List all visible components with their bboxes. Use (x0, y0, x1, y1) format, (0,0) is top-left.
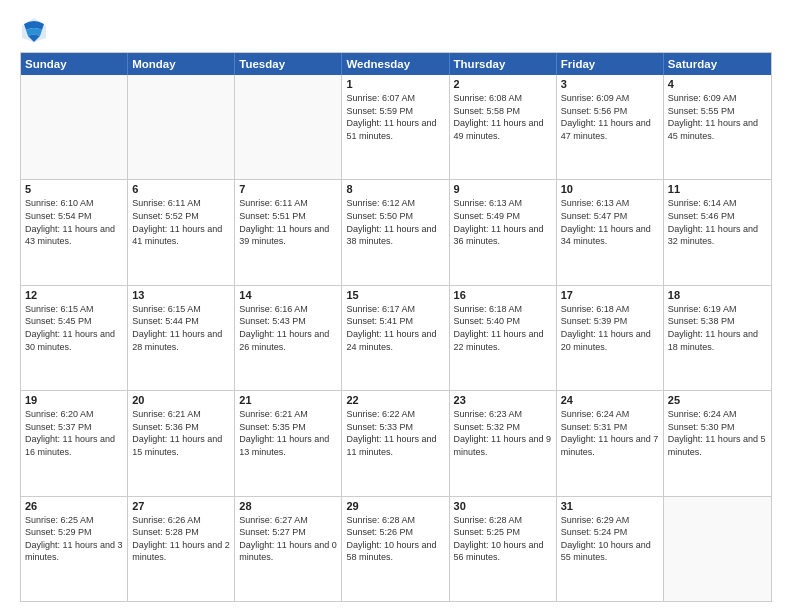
cal-day-13: 13Sunrise: 6:15 AM Sunset: 5:44 PM Dayli… (128, 286, 235, 390)
day-number: 9 (454, 183, 552, 195)
day-info: Sunrise: 6:19 AM Sunset: 5:38 PM Dayligh… (668, 303, 767, 353)
cal-day-empty (128, 75, 235, 179)
header (20, 16, 772, 44)
cal-header-tuesday: Tuesday (235, 53, 342, 75)
cal-day-7: 7Sunrise: 6:11 AM Sunset: 5:51 PM Daylig… (235, 180, 342, 284)
day-info: Sunrise: 6:15 AM Sunset: 5:45 PM Dayligh… (25, 303, 123, 353)
day-number: 24 (561, 394, 659, 406)
cal-day-empty (235, 75, 342, 179)
day-info: Sunrise: 6:11 AM Sunset: 5:52 PM Dayligh… (132, 197, 230, 247)
cal-day-1: 1Sunrise: 6:07 AM Sunset: 5:59 PM Daylig… (342, 75, 449, 179)
day-number: 11 (668, 183, 767, 195)
day-info: Sunrise: 6:14 AM Sunset: 5:46 PM Dayligh… (668, 197, 767, 247)
cal-day-9: 9Sunrise: 6:13 AM Sunset: 5:49 PM Daylig… (450, 180, 557, 284)
day-number: 23 (454, 394, 552, 406)
calendar-header: SundayMondayTuesdayWednesdayThursdayFrid… (21, 53, 771, 75)
day-info: Sunrise: 6:24 AM Sunset: 5:30 PM Dayligh… (668, 408, 767, 458)
cal-header-sunday: Sunday (21, 53, 128, 75)
logo-icon (20, 16, 48, 44)
cal-day-4: 4Sunrise: 6:09 AM Sunset: 5:55 PM Daylig… (664, 75, 771, 179)
day-info: Sunrise: 6:09 AM Sunset: 5:56 PM Dayligh… (561, 92, 659, 142)
cal-day-8: 8Sunrise: 6:12 AM Sunset: 5:50 PM Daylig… (342, 180, 449, 284)
day-info: Sunrise: 6:26 AM Sunset: 5:28 PM Dayligh… (132, 514, 230, 564)
day-info: Sunrise: 6:27 AM Sunset: 5:27 PM Dayligh… (239, 514, 337, 564)
day-number: 27 (132, 500, 230, 512)
day-number: 17 (561, 289, 659, 301)
cal-day-18: 18Sunrise: 6:19 AM Sunset: 5:38 PM Dayli… (664, 286, 771, 390)
day-info: Sunrise: 6:24 AM Sunset: 5:31 PM Dayligh… (561, 408, 659, 458)
day-info: Sunrise: 6:10 AM Sunset: 5:54 PM Dayligh… (25, 197, 123, 247)
day-info: Sunrise: 6:15 AM Sunset: 5:44 PM Dayligh… (132, 303, 230, 353)
day-number: 2 (454, 78, 552, 90)
cal-day-22: 22Sunrise: 6:22 AM Sunset: 5:33 PM Dayli… (342, 391, 449, 495)
day-number: 16 (454, 289, 552, 301)
cal-day-15: 15Sunrise: 6:17 AM Sunset: 5:41 PM Dayli… (342, 286, 449, 390)
cal-day-16: 16Sunrise: 6:18 AM Sunset: 5:40 PM Dayli… (450, 286, 557, 390)
day-info: Sunrise: 6:09 AM Sunset: 5:55 PM Dayligh… (668, 92, 767, 142)
cal-day-empty (664, 497, 771, 601)
day-info: Sunrise: 6:17 AM Sunset: 5:41 PM Dayligh… (346, 303, 444, 353)
cal-day-11: 11Sunrise: 6:14 AM Sunset: 5:46 PM Dayli… (664, 180, 771, 284)
cal-day-14: 14Sunrise: 6:16 AM Sunset: 5:43 PM Dayli… (235, 286, 342, 390)
cal-day-10: 10Sunrise: 6:13 AM Sunset: 5:47 PM Dayli… (557, 180, 664, 284)
cal-day-17: 17Sunrise: 6:18 AM Sunset: 5:39 PM Dayli… (557, 286, 664, 390)
day-info: Sunrise: 6:28 AM Sunset: 5:25 PM Dayligh… (454, 514, 552, 564)
day-info: Sunrise: 6:21 AM Sunset: 5:36 PM Dayligh… (132, 408, 230, 458)
day-number: 14 (239, 289, 337, 301)
calendar: SundayMondayTuesdayWednesdayThursdayFrid… (20, 52, 772, 602)
day-info: Sunrise: 6:13 AM Sunset: 5:47 PM Dayligh… (561, 197, 659, 247)
cal-day-24: 24Sunrise: 6:24 AM Sunset: 5:31 PM Dayli… (557, 391, 664, 495)
cal-week-3: 12Sunrise: 6:15 AM Sunset: 5:45 PM Dayli… (21, 285, 771, 390)
day-info: Sunrise: 6:28 AM Sunset: 5:26 PM Dayligh… (346, 514, 444, 564)
day-number: 21 (239, 394, 337, 406)
day-number: 26 (25, 500, 123, 512)
cal-day-2: 2Sunrise: 6:08 AM Sunset: 5:58 PM Daylig… (450, 75, 557, 179)
cal-day-23: 23Sunrise: 6:23 AM Sunset: 5:32 PM Dayli… (450, 391, 557, 495)
cal-header-thursday: Thursday (450, 53, 557, 75)
day-number: 29 (346, 500, 444, 512)
day-number: 31 (561, 500, 659, 512)
day-number: 4 (668, 78, 767, 90)
day-number: 18 (668, 289, 767, 301)
day-info: Sunrise: 6:25 AM Sunset: 5:29 PM Dayligh… (25, 514, 123, 564)
day-number: 12 (25, 289, 123, 301)
cal-header-friday: Friday (557, 53, 664, 75)
cal-week-2: 5Sunrise: 6:10 AM Sunset: 5:54 PM Daylig… (21, 179, 771, 284)
day-info: Sunrise: 6:23 AM Sunset: 5:32 PM Dayligh… (454, 408, 552, 458)
day-number: 1 (346, 78, 444, 90)
day-number: 13 (132, 289, 230, 301)
day-number: 8 (346, 183, 444, 195)
cal-week-1: 1Sunrise: 6:07 AM Sunset: 5:59 PM Daylig… (21, 75, 771, 179)
day-number: 20 (132, 394, 230, 406)
day-info: Sunrise: 6:11 AM Sunset: 5:51 PM Dayligh… (239, 197, 337, 247)
day-info: Sunrise: 6:29 AM Sunset: 5:24 PM Dayligh… (561, 514, 659, 564)
page: SundayMondayTuesdayWednesdayThursdayFrid… (0, 0, 792, 612)
day-number: 6 (132, 183, 230, 195)
cal-header-saturday: Saturday (664, 53, 771, 75)
day-number: 7 (239, 183, 337, 195)
cal-header-monday: Monday (128, 53, 235, 75)
day-info: Sunrise: 6:18 AM Sunset: 5:39 PM Dayligh… (561, 303, 659, 353)
cal-day-26: 26Sunrise: 6:25 AM Sunset: 5:29 PM Dayli… (21, 497, 128, 601)
cal-day-empty (21, 75, 128, 179)
day-info: Sunrise: 6:08 AM Sunset: 5:58 PM Dayligh… (454, 92, 552, 142)
day-info: Sunrise: 6:13 AM Sunset: 5:49 PM Dayligh… (454, 197, 552, 247)
cal-day-6: 6Sunrise: 6:11 AM Sunset: 5:52 PM Daylig… (128, 180, 235, 284)
calendar-body: 1Sunrise: 6:07 AM Sunset: 5:59 PM Daylig… (21, 75, 771, 601)
cal-day-19: 19Sunrise: 6:20 AM Sunset: 5:37 PM Dayli… (21, 391, 128, 495)
cal-header-wednesday: Wednesday (342, 53, 449, 75)
day-info: Sunrise: 6:18 AM Sunset: 5:40 PM Dayligh… (454, 303, 552, 353)
cal-day-12: 12Sunrise: 6:15 AM Sunset: 5:45 PM Dayli… (21, 286, 128, 390)
logo (20, 16, 50, 44)
cal-week-4: 19Sunrise: 6:20 AM Sunset: 5:37 PM Dayli… (21, 390, 771, 495)
cal-day-27: 27Sunrise: 6:26 AM Sunset: 5:28 PM Dayli… (128, 497, 235, 601)
day-number: 28 (239, 500, 337, 512)
cal-day-30: 30Sunrise: 6:28 AM Sunset: 5:25 PM Dayli… (450, 497, 557, 601)
day-info: Sunrise: 6:16 AM Sunset: 5:43 PM Dayligh… (239, 303, 337, 353)
cal-day-25: 25Sunrise: 6:24 AM Sunset: 5:30 PM Dayli… (664, 391, 771, 495)
cal-day-3: 3Sunrise: 6:09 AM Sunset: 5:56 PM Daylig… (557, 75, 664, 179)
day-info: Sunrise: 6:21 AM Sunset: 5:35 PM Dayligh… (239, 408, 337, 458)
day-info: Sunrise: 6:07 AM Sunset: 5:59 PM Dayligh… (346, 92, 444, 142)
cal-day-31: 31Sunrise: 6:29 AM Sunset: 5:24 PM Dayli… (557, 497, 664, 601)
cal-day-21: 21Sunrise: 6:21 AM Sunset: 5:35 PM Dayli… (235, 391, 342, 495)
